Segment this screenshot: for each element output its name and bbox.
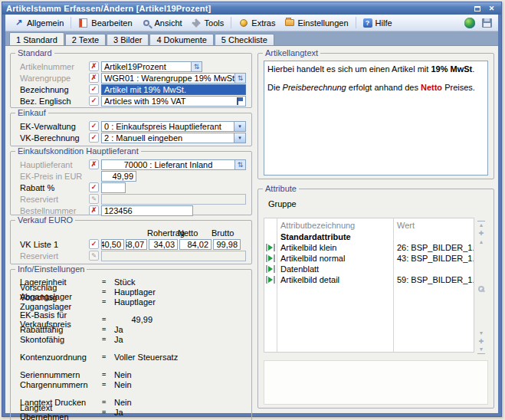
check-button[interactable] — [89, 96, 99, 106]
attribute-group-row[interactable]: Standardattribute — [264, 231, 474, 242]
restore-button[interactable] — [471, 4, 483, 13]
scroll-down-button[interactable] — [477, 329, 485, 337]
tab-dokumente[interactable]: 4 Dokumente — [149, 34, 213, 45]
equals-icon — [102, 326, 114, 333]
attribute-row[interactable]: Datenblatt — [264, 264, 474, 274]
rabatt-field[interactable] — [101, 182, 126, 193]
tab-texte[interactable]: 2 Texte — [65, 34, 106, 45]
info-value: Hauptlager — [114, 287, 156, 297]
tab-standard[interactable]: 1 Standard — [9, 32, 64, 45]
menu-label: Allgemein — [27, 18, 64, 28]
scroll-first-button[interactable] — [477, 221, 485, 229]
col-header-netto: Netto — [178, 228, 212, 238]
vk-berechnung-select[interactable]: 2 : Manuell eingeben — [101, 133, 234, 143]
help-icon — [363, 18, 372, 28]
equals-icon — [102, 288, 114, 296]
equals-icon — [102, 353, 114, 361]
check-button[interactable] — [89, 133, 99, 143]
group-title: Einkaufskondition Hauptlieferant — [15, 146, 141, 156]
field-label: VK-Berechnung — [16, 133, 89, 143]
vk-preis-2-field[interactable]: 68,07 — [126, 239, 147, 250]
insert-row-button[interactable] — [477, 229, 485, 238]
vk-preis-1-field[interactable]: 40,50 — [101, 239, 124, 250]
save-icon — [482, 18, 492, 28]
langtext-paragraph: Hierbei handelt es sich um einen Artikel… — [267, 64, 484, 76]
field-label: Warengruppe — [16, 74, 89, 83]
close-button[interactable] — [486, 4, 497, 13]
lookup-spin-button[interactable] — [235, 73, 246, 84]
field-label: Bestellnummer — [16, 206, 89, 215]
check-button[interactable] — [89, 84, 99, 94]
ek-preis-field[interactable]: 49,99 — [101, 171, 136, 182]
field-label: EK-Verwaltung — [16, 122, 89, 131]
warengruppe-field[interactable]: WGR01 : Warengruppe 19% MwSt. Netto — [101, 73, 235, 84]
attribute-row[interactable]: Artikelbild klein 26: BSP_BILDER_1.BMP — [264, 242, 474, 253]
lookup-spin-button[interactable] — [192, 61, 202, 72]
info-label: Chargennummern — [16, 380, 102, 389]
clear-x-button[interactable] — [89, 159, 99, 169]
scroll-up-button[interactable] — [477, 238, 485, 246]
clear-x-button[interactable] — [89, 205, 99, 215]
attribute-table[interactable]: Attributbezeichnung Wert Standardattribu… — [264, 218, 474, 353]
scroll-last-button[interactable] — [477, 346, 485, 354]
menu-item-ansicht[interactable]: Ansicht — [137, 16, 187, 29]
menu-item-bearbeiten[interactable]: Bearbeiten — [74, 16, 136, 29]
artikelnummer-field[interactable]: Artikel19Prozent — [101, 61, 192, 72]
gruppe-label: Gruppe — [268, 199, 297, 208]
menu-item-allgemein[interactable]: Allgemein — [9, 16, 68, 29]
equals-icon — [102, 298, 114, 306]
vk-rohertrag-field[interactable]: 34,03 — [149, 239, 178, 250]
tab-bilder[interactable]: 3 Bilder — [107, 34, 149, 45]
dropdown-button[interactable] — [234, 133, 246, 143]
menu-separator — [356, 17, 356, 28]
group-title: Artikellangtext — [263, 48, 320, 57]
info-label: Seriennummern — [16, 370, 102, 379]
view-icon — [143, 20, 149, 26]
lookup-spin-button[interactable] — [235, 159, 246, 170]
menu-item-einstellungen[interactable]: Einstellungen — [280, 16, 353, 29]
tab-checkliste[interactable]: 5 Checkliste — [215, 34, 274, 45]
artikellangtext-editor[interactable]: Hierbei handelt es sich um einen Artikel… — [264, 61, 488, 176]
menu-label: Bearbeiten — [91, 18, 132, 28]
pencil-icon — [89, 251, 99, 261]
hauptlieferant-field[interactable]: 70000 : Lieferant Inland — [101, 159, 235, 170]
clear-x-button[interactable] — [89, 73, 99, 83]
dropdown-button[interactable] — [234, 121, 246, 132]
check-button[interactable] — [89, 121, 99, 131]
field-label: VK Liste 1 — [16, 240, 89, 249]
group-artikellangtext: Artikellangtext Hierbei handelt es sich … — [257, 53, 494, 179]
field-label: Bezeichnung — [16, 85, 89, 94]
field-text: Articles with 19% VAT — [104, 97, 186, 106]
ek-verwaltung-select[interactable]: 0 : Einkaufspreis Hauptlieferant — [101, 121, 234, 132]
save-button[interactable] — [479, 16, 494, 30]
clear-x-button[interactable] — [89, 61, 99, 71]
attribute-value: 26: BSP_BILDER_1.BMP — [394, 243, 474, 252]
attribute-row[interactable]: Artikelbild detail 59: BSP_BILDER_1.BMP — [264, 274, 474, 285]
menu-item-hilfe[interactable]: Hilfe — [359, 17, 397, 29]
info-label: Langtext Übernehmen — [16, 403, 102, 420]
info-value: 49,99 — [114, 315, 152, 324]
menu-item-tools[interactable]: Tools — [187, 16, 229, 29]
equals-icon — [102, 278, 114, 286]
search-icon[interactable] — [478, 286, 484, 292]
globe-button[interactable] — [462, 16, 477, 30]
bestellnummer-field[interactable]: 123456 — [101, 205, 193, 216]
vk-brutto-field[interactable]: 99,98 — [213, 239, 241, 250]
menu-label: Hilfe — [375, 18, 392, 28]
attribute-navigator — [474, 218, 488, 354]
check-button[interactable] — [89, 239, 99, 249]
vk-netto-field[interactable]: 84,02 — [179, 239, 212, 250]
check-button[interactable] — [89, 182, 99, 192]
append-row-button[interactable] — [477, 337, 485, 346]
field-label: Rabatt % — [16, 183, 89, 192]
attribute-row[interactable]: Artikelbild normal 43: BSP_BILDER_1.BMP — [264, 253, 474, 264]
attribute-name: Artikelbild detail — [277, 275, 394, 284]
bez-englisch-field[interactable]: Articles with 19% VAT — [101, 96, 246, 107]
bezeichnung-field[interactable]: Artikel mit 19% MwSt. — [101, 84, 246, 95]
menu-item-extras[interactable]: Extras — [234, 16, 280, 29]
info-value: Ja — [114, 408, 123, 417]
menu-label: Einstellungen — [297, 18, 348, 28]
flag-icon[interactable] — [237, 97, 243, 105]
menu-separator — [71, 17, 71, 28]
field-label: Reserviert — [16, 195, 89, 204]
